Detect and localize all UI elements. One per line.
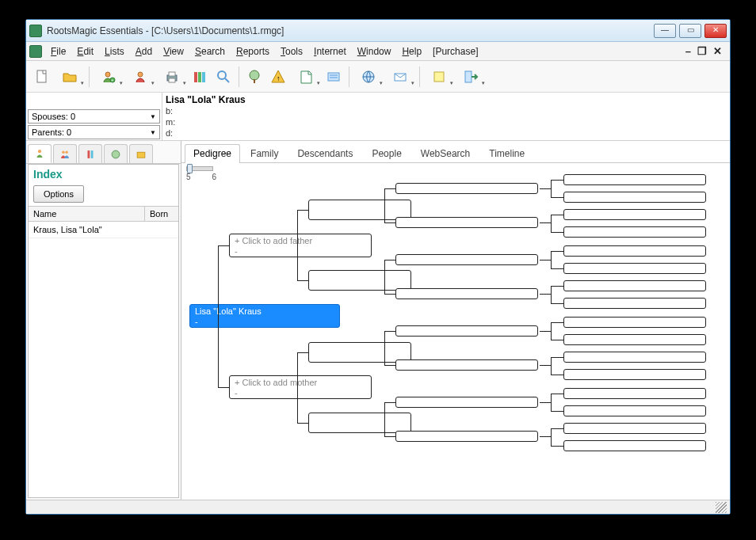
index-panel: Index Options Name Born Kraus, Lisa "Lol… xyxy=(28,164,179,498)
card-button[interactable] xyxy=(323,65,345,89)
svg-rect-0 xyxy=(37,70,46,82)
tree-button[interactable] xyxy=(243,65,265,89)
menu-purchase[interactable]: [Purchase] xyxy=(427,44,483,59)
web-button[interactable]: ▾ xyxy=(353,65,384,89)
tab-websearch[interactable]: WebSearch xyxy=(412,144,479,162)
minimize-button[interactable]: — xyxy=(654,24,676,38)
app-window: RootsMagic Essentials - [C:\Users\1\Docu… xyxy=(25,19,731,515)
menu-window[interactable]: Window xyxy=(352,44,397,59)
resize-grip[interactable] xyxy=(716,502,727,513)
menu-add[interactable]: Add xyxy=(130,44,158,59)
pedigree-root-name: Lisa "Lola" Kraus xyxy=(195,306,334,317)
parents-dropdown[interactable]: Parents: 0▼ xyxy=(28,125,160,139)
pedigree-ggp-7[interactable] xyxy=(395,397,538,408)
mdi-minimize-button[interactable]: – xyxy=(685,45,691,57)
svg-rect-27 xyxy=(91,150,94,158)
sidebar-tab-family[interactable] xyxy=(53,144,77,163)
index-header-name[interactable]: Name xyxy=(29,207,145,221)
svg-point-25 xyxy=(65,150,68,154)
index-header-born[interactable]: Born xyxy=(145,207,178,221)
mail-button[interactable]: ▾ xyxy=(385,65,415,89)
pedigree-root[interactable]: Lisa "Lola" Kraus - xyxy=(189,304,340,328)
menu-view[interactable]: View xyxy=(158,44,189,59)
pedigree-ggp-1[interactable] xyxy=(395,183,538,194)
menu-edit[interactable]: Edit xyxy=(71,44,99,59)
menu-file[interactable]: File xyxy=(45,44,71,59)
tab-timeline[interactable]: Timeline xyxy=(480,144,533,162)
tab-family[interactable]: Family xyxy=(242,144,287,162)
tab-descendants[interactable]: Descendants xyxy=(288,144,361,162)
sidebar-tab-bookmarks[interactable] xyxy=(78,144,102,163)
tab-pedigree[interactable]: Pedigree xyxy=(185,144,240,163)
pedigree-gggp-8[interactable] xyxy=(563,298,706,309)
search-button[interactable] xyxy=(212,65,235,89)
content: Pedigree Family Descendants People WebSe… xyxy=(181,141,730,500)
tab-people[interactable]: People xyxy=(363,144,410,162)
print-button[interactable]: ▾ xyxy=(157,65,187,89)
pedigree-gggp-9[interactable] xyxy=(563,317,706,328)
pedigree-gggp-4[interactable] xyxy=(563,226,706,238)
svg-rect-26 xyxy=(88,150,90,158)
mdi-restore-button[interactable]: ❐ xyxy=(697,45,707,57)
pedigree-ggp-2[interactable] xyxy=(395,217,538,228)
pedigree-gggp-3[interactable] xyxy=(563,209,706,220)
notes-button[interactable]: ▾ xyxy=(291,65,321,89)
spouses-dropdown[interactable]: Spouses: 0▼ xyxy=(28,109,160,124)
svg-rect-21 xyxy=(434,72,444,82)
pedigree-gggp-7[interactable] xyxy=(563,280,706,291)
svg-rect-16 xyxy=(328,73,339,81)
pedigree-ggp-8[interactable] xyxy=(395,431,538,442)
menu-tools[interactable]: Tools xyxy=(275,44,308,59)
mdi-app-icon[interactable] xyxy=(29,45,42,58)
pedigree-gggp-2[interactable] xyxy=(563,192,706,203)
pedigree-gggp-11[interactable] xyxy=(563,352,706,363)
generations-slider[interactable]: 56 xyxy=(186,166,216,181)
menu-internet[interactable]: Internet xyxy=(308,44,352,59)
sidebar-tab-index[interactable] xyxy=(28,144,52,163)
pedigree-gp-2[interactable] xyxy=(308,270,411,291)
warning-button[interactable]: ↑ xyxy=(267,65,289,89)
sidebar-tab-groups[interactable] xyxy=(129,144,153,163)
pedigree-gggp-6[interactable] xyxy=(563,263,706,274)
pedigree-gggp-15[interactable] xyxy=(563,423,706,434)
menu-search[interactable]: Search xyxy=(189,44,231,59)
svg-rect-7 xyxy=(169,78,175,82)
pedigree-area: 56 Lisa "Lola" Kraus - + Click to add fa… xyxy=(181,163,730,500)
open-file-button[interactable]: ▾ xyxy=(55,65,85,89)
add-person-button[interactable]: +▾ xyxy=(94,65,124,89)
pedigree-gggp-10[interactable] xyxy=(563,334,706,345)
svg-rect-9 xyxy=(198,72,201,82)
pedigree-ggp-6[interactable] xyxy=(395,359,538,371)
pedigree-gggp-13[interactable] xyxy=(563,388,706,399)
books-button[interactable] xyxy=(189,65,211,89)
menu-reports[interactable]: Reports xyxy=(231,44,275,59)
sidebar-tab-history[interactable] xyxy=(104,144,128,163)
pedigree-gggp-5[interactable] xyxy=(563,245,706,257)
person-name: Lisa "Lola" Kraus xyxy=(166,94,727,105)
mdi-controls: – ❐ ✕ xyxy=(685,45,727,57)
pedigree-gp-4[interactable] xyxy=(308,413,411,433)
app-icon xyxy=(29,25,42,37)
svg-point-23 xyxy=(38,150,41,153)
svg-rect-8 xyxy=(194,72,197,82)
pedigree-gggp-12[interactable] xyxy=(563,369,706,380)
mdi-close-button[interactable]: ✕ xyxy=(713,45,722,57)
pedigree-gggp-16[interactable] xyxy=(563,440,706,451)
close-button[interactable]: ✕ xyxy=(704,24,727,38)
menu-lists[interactable]: Lists xyxy=(99,44,130,59)
svg-rect-10 xyxy=(202,72,205,82)
menu-help[interactable]: Help xyxy=(396,44,427,59)
index-row[interactable]: Kraus, Lisa "Lola" xyxy=(29,222,178,238)
pedigree-ggp-5[interactable] xyxy=(395,325,538,337)
exit-button[interactable]: ▾ xyxy=(456,65,486,89)
options-button[interactable]: Options xyxy=(33,185,84,203)
window-controls: — ▭ ✕ xyxy=(654,24,727,38)
pedigree-gggp-14[interactable] xyxy=(563,405,706,416)
pedigree-ggp-3[interactable] xyxy=(395,254,538,265)
pedigree-gggp-1[interactable] xyxy=(563,174,706,185)
pedigree-ggp-4[interactable] xyxy=(395,288,538,299)
maximize-button[interactable]: ▭ xyxy=(679,24,701,38)
note-yellow-button[interactable]: ▾ xyxy=(424,65,454,89)
edit-person-button[interactable]: ▾ xyxy=(125,65,155,89)
new-file-button[interactable] xyxy=(31,65,53,89)
